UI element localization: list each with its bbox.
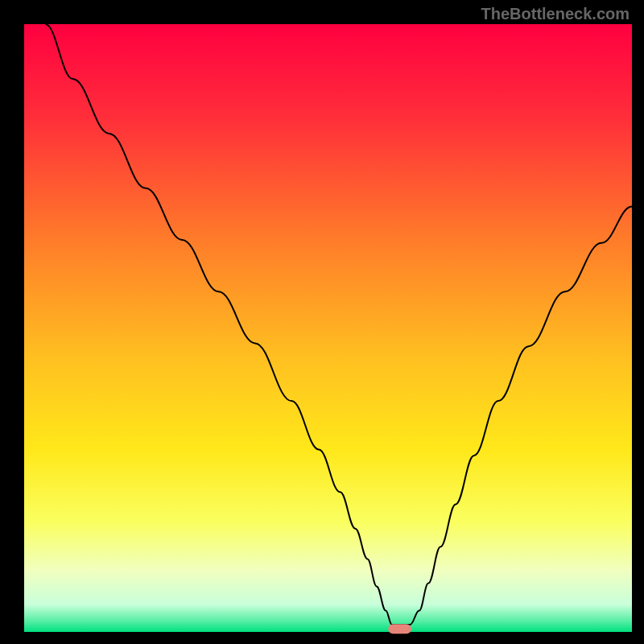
plot-background — [24, 24, 632, 632]
bottleneck-chart — [0, 0, 644, 644]
optimal-marker — [388, 624, 411, 634]
chart-container: TheBottleneck.com — [0, 0, 644, 644]
watermark-text: TheBottleneck.com — [481, 5, 630, 23]
